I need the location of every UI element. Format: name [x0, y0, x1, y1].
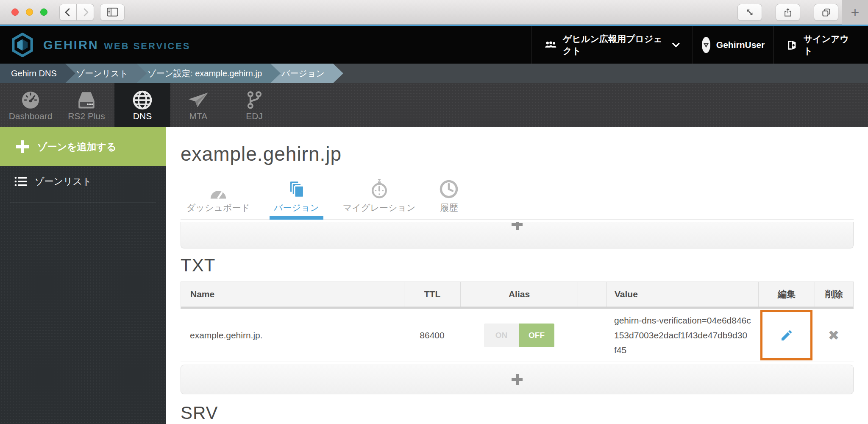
minimize-window-button[interactable] — [26, 8, 33, 16]
column-header-name: Name — [181, 282, 404, 307]
zoom-window-button[interactable] — [40, 8, 47, 16]
edit-record-button[interactable] — [760, 310, 812, 360]
alias-toggle-off[interactable]: OFF — [519, 324, 554, 347]
section-heading-srv: SRV — [181, 403, 854, 423]
project-name: ゲヒルン広報用プロジェクト — [563, 33, 667, 57]
column-header-spacer — [578, 282, 607, 307]
tab-dashboard[interactable]: ダッシュボード — [181, 178, 256, 219]
forward-button[interactable] — [77, 4, 94, 21]
sidebar-divider — [10, 203, 156, 203]
record-value-line: f45 — [614, 343, 751, 357]
window-action-buttons — [737, 4, 838, 21]
table-header-row: Name TTL Alias Value 編集 削除 — [181, 282, 854, 309]
tab-label: バージョン — [274, 202, 319, 214]
sidebar-icon — [107, 8, 118, 17]
tabs-icon — [821, 8, 831, 17]
delete-cell: ✖ — [815, 309, 853, 362]
nav-item-dns[interactable]: DNS — [114, 83, 170, 127]
nav-item-label: Dashboard — [9, 111, 53, 121]
record-value-line: gehirn-dns-verification=04e6d846c — [614, 313, 751, 328]
add-zone-button[interactable]: ゾーンを追加する — [0, 127, 166, 166]
sidebar-toggle-button[interactable] — [100, 4, 125, 21]
product-nav: Dashboard RS2 Plus DNS — [0, 83, 868, 127]
add-zone-label: ゾーンを追加する — [37, 140, 117, 153]
nav-item-mta[interactable]: MTA — [170, 83, 226, 127]
breadcrumb-label: ゾーンリスト — [76, 68, 128, 79]
tab-label: マイグレーション — [343, 202, 415, 214]
nav-item-dashboard[interactable]: Dashboard — [3, 83, 58, 127]
clock-icon — [439, 178, 459, 199]
tab-history[interactable]: 履歴 — [433, 178, 465, 219]
breadcrumb-version[interactable]: バージョン — [270, 64, 343, 83]
tab-overview-button[interactable] — [814, 4, 838, 21]
project-selector[interactable]: ゲヒルン広報用プロジェクト — [531, 26, 693, 64]
breadcrumb: Gehirn DNS ゾーンリスト ゾーン設定: example.gehirn.… — [0, 64, 868, 83]
active-tab-underline — [270, 216, 323, 220]
record-name: example.gehirn.jp. — [181, 309, 404, 362]
txt-record-table: Name TTL Alias Value 編集 削除 example.gehir… — [181, 282, 854, 362]
add-record-bar[interactable] — [181, 365, 854, 394]
fullscreen-button[interactable] — [737, 4, 762, 21]
avatar — [702, 37, 710, 53]
new-tab-button[interactable]: + — [842, 0, 868, 25]
signout-label: サインアウト — [804, 33, 855, 57]
brand-suffix: WEB SERVICES — [104, 41, 190, 51]
brand-name: GEHIRN — [43, 38, 99, 52]
spacer-cell — [578, 309, 606, 362]
tab-version[interactable]: バージョン — [268, 178, 325, 219]
gehirn-brand: GEHIRN WEB SERVICES — [0, 26, 531, 64]
page-title: example.gehirn.jp — [181, 142, 854, 165]
chevron-left-icon — [64, 8, 73, 17]
breadcrumb-zone-settings[interactable]: ゾーン設定: example.gehirn.jp — [136, 64, 281, 83]
gauge-icon — [209, 178, 228, 199]
zone-tabs: ダッシュボード バージョン — [181, 178, 854, 220]
nav-item-edj[interactable]: EDJ — [226, 83, 282, 127]
edit-cell — [758, 309, 815, 362]
sidebar-item-zone-list[interactable]: ゾーンリスト — [0, 166, 166, 197]
user-menu[interactable]: GehirnUser — [693, 26, 773, 64]
server-icon — [76, 89, 97, 111]
sidebar-item-label: ゾーンリスト — [35, 175, 92, 188]
globe-icon — [132, 89, 153, 111]
gauge-icon — [20, 89, 41, 111]
column-header-ttl: TTL — [404, 282, 461, 307]
breadcrumb-zone-list[interactable]: ゾーンリスト — [65, 64, 147, 83]
breadcrumb-label: ゾーン設定: example.gehirn.jp — [147, 68, 262, 79]
nav-item-label: RS2 Plus — [68, 111, 105, 121]
main-content: example.gehirn.jp ダッシュボード — [166, 127, 868, 424]
stopwatch-icon — [370, 178, 389, 199]
nav-item-label: EDJ — [246, 111, 263, 121]
breadcrumb-label: Gehirn DNS — [11, 69, 57, 78]
close-window-button[interactable] — [11, 8, 19, 16]
plus-icon — [16, 140, 29, 153]
column-header-alias: Alias — [461, 282, 578, 307]
git-branch-icon — [245, 89, 264, 111]
column-header-delete: 削除 — [815, 282, 853, 307]
avatar-glyph-icon — [702, 41, 710, 49]
breadcrumb-gehirn-dns[interactable]: Gehirn DNS — [0, 64, 75, 83]
back-button[interactable] — [59, 4, 77, 21]
plus-icon: + — [851, 4, 860, 21]
add-record-bar-top[interactable] — [181, 222, 854, 248]
users-icon — [544, 40, 557, 50]
alias-toggle[interactable]: ON OFF — [484, 324, 554, 347]
table-row: example.gehirn.jp. 86400 ON OFF gehirn-d… — [181, 309, 854, 362]
alias-toggle-on[interactable]: ON — [484, 324, 519, 347]
pencil-icon — [780, 329, 793, 342]
versions-icon — [287, 178, 306, 199]
alias-cell: ON OFF — [460, 309, 578, 362]
nav-item-rs2-plus[interactable]: RS2 Plus — [58, 83, 114, 127]
signout-button[interactable]: サインアウト — [773, 26, 868, 64]
fullscreen-icon — [745, 8, 754, 17]
share-icon — [783, 7, 793, 17]
delete-record-button[interactable]: ✖ — [828, 327, 840, 343]
chevron-down-icon — [672, 42, 680, 48]
nav-item-label: DNS — [133, 111, 152, 121]
tab-label: ダッシュボード — [186, 202, 250, 214]
list-icon — [14, 176, 27, 187]
share-button[interactable] — [776, 4, 800, 21]
user-name: GehirnUser — [716, 40, 765, 50]
tab-migration[interactable]: マイグレーション — [337, 178, 421, 219]
sidebar: ゾーンを追加する ゾーンリスト — [0, 127, 166, 424]
column-header-edit: 編集 — [759, 282, 815, 307]
